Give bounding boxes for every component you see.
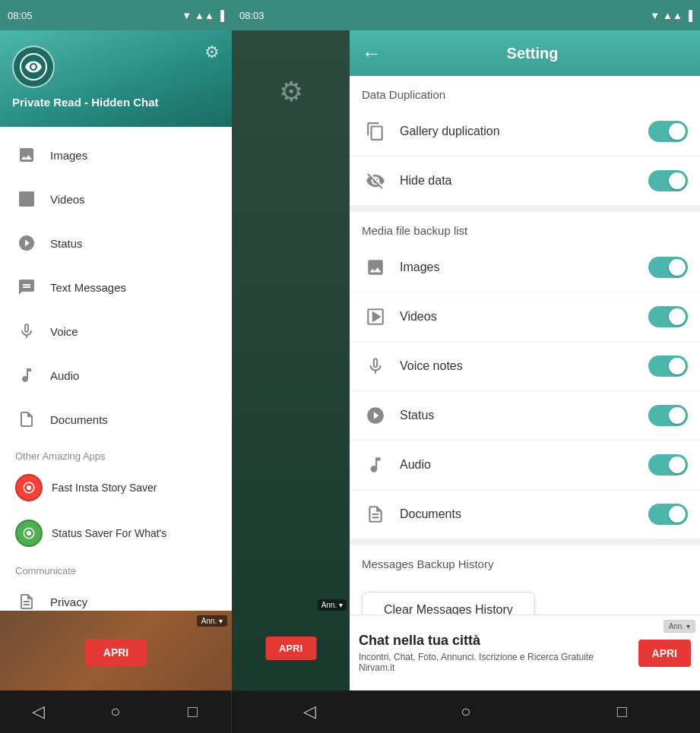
settings-voice-notes-icon: [362, 352, 389, 380]
clear-btn-container: Clear Messages History: [350, 577, 700, 615]
audio-toggle[interactable]: [648, 454, 688, 476]
app-logo: [12, 46, 55, 88]
app-title: Private Read - Hidden Chat: [12, 96, 220, 109]
ad-open-btn-right[interactable]: APRI: [638, 640, 691, 667]
middle-ad-ann[interactable]: Ann. ▾: [318, 599, 347, 611]
app-logo-inner: [20, 53, 47, 81]
back-nav-btn-right[interactable]: ◁: [295, 697, 325, 727]
nav-label-images: Images: [50, 149, 87, 162]
recent-nav-btn-left[interactable]: □: [177, 697, 207, 727]
videos-toggle[interactable]: [648, 306, 688, 327]
nav-item-videos[interactable]: Videos: [0, 177, 232, 221]
media-backup-title: Media file backup list: [350, 212, 700, 243]
settings-item-voice-notes: Voice notes: [350, 342, 700, 391]
settings-item-audio: Audio: [350, 441, 700, 490]
ad-banner-right: Ann. ▾ Chat nella tua città Incontri, Ch…: [350, 615, 700, 690]
settings-header: ← Setting: [350, 30, 700, 76]
back-button[interactable]: ←: [362, 42, 382, 65]
home-nav-btn-left[interactable]: ○: [100, 697, 131, 727]
nav-label-audio: Audio: [50, 369, 79, 382]
status-icons-left: ▼ ▲▲ ▐: [182, 10, 224, 21]
section-divider-1: [350, 206, 700, 212]
settings-status-icon: [362, 402, 389, 429]
settings-voice-notes-label: Voice notes: [400, 359, 648, 373]
settings-item-gallery-duplication: Gallery duplication: [350, 107, 700, 156]
wifi-icon: ▼: [182, 10, 192, 21]
documents-toggle[interactable]: [648, 504, 688, 525]
nav-label-voice: Voice: [50, 325, 78, 338]
back-nav-btn-left[interactable]: ◁: [24, 697, 54, 727]
recent-nav-btn-right[interactable]: □: [607, 697, 637, 727]
gallery-duplication-icon: [362, 118, 389, 145]
middle-gear-icon: ⚙: [279, 76, 303, 108]
settings-item-status: Status: [350, 391, 700, 441]
other-apps-section-header: Other Amazing Apps: [0, 441, 232, 465]
status-icon: [15, 232, 38, 254]
clear-messages-button[interactable]: Clear Messages History: [362, 592, 535, 615]
settings-images-label: Images: [400, 261, 648, 274]
time-right: 08:03: [239, 10, 264, 21]
status-bar-right: 08:03 ▼ ▲▲ ▐: [232, 0, 700, 30]
data-duplication-title: Data Duplication: [350, 76, 700, 107]
settings-content: Data Duplication Gallery duplication Hid…: [350, 76, 700, 615]
privacy-icon: [15, 590, 38, 611]
settings-audio-label: Audio: [400, 458, 648, 472]
settings-documents-label: Documents: [400, 507, 648, 521]
fast-insta-icon: [15, 474, 43, 501]
communicate-section-header: Communicate: [0, 556, 232, 580]
images-toggle[interactable]: [648, 257, 688, 278]
nav-label-text-messages: Text Messages: [50, 281, 126, 294]
audio-icon: [15, 364, 38, 387]
settings-images-icon: [362, 254, 389, 281]
nav-item-voice[interactable]: Voice: [0, 309, 232, 353]
status-saver-icon: [15, 520, 43, 547]
text-messages-icon: [15, 276, 38, 299]
nav-item-status[interactable]: Status: [0, 221, 232, 265]
voice-notes-toggle[interactable]: [648, 355, 688, 377]
bottom-nav: ◁ ○ □ ◁ ○ □: [0, 690, 700, 733]
status-bars: 08:05 ▼ ▲▲ ▐ 08:03 ▼ ▲▲ ▐: [0, 0, 700, 30]
settings-audio-icon: [362, 451, 389, 479]
images-icon: [15, 144, 38, 166]
other-app-fast-insta[interactable]: Fast Insta Story Saver: [0, 465, 232, 510]
settings-title: Setting: [397, 45, 668, 62]
ad-text-block: Chat nella tua città Incontri, Chat, Fot…: [359, 633, 629, 673]
bottom-nav-left: ◁ ○ □: [0, 690, 232, 733]
status-icons-right: ▼ ▲▲ ▐: [650, 10, 692, 21]
hide-data-icon: [362, 167, 389, 194]
messages-backup-title: Messages Backup History: [350, 545, 700, 577]
signal-icon: ▲▲: [195, 10, 214, 21]
status-bar-left: 08:05 ▼ ▲▲ ▐: [0, 0, 232, 30]
settings-item-videos: Videos: [350, 292, 700, 342]
gear-icon[interactable]: ⚙: [204, 43, 220, 62]
svg-point-1: [27, 485, 31, 490]
status-saver-label: Status Saver For What's: [52, 527, 166, 539]
battery-icon: ▐: [217, 10, 224, 21]
settings-item-documents: Documents: [350, 490, 700, 539]
eye-icon: [24, 58, 43, 76]
hide-data-label: Hide data: [400, 174, 648, 188]
nav-item-images[interactable]: Images: [0, 133, 232, 177]
ad-open-btn-left[interactable]: APRI: [85, 639, 147, 666]
middle-ad-btn[interactable]: APRI: [265, 637, 316, 660]
ad-ann-left[interactable]: Ann. ▾: [197, 615, 227, 627]
time-left: 08:05: [8, 10, 33, 21]
settings-videos-label: Videos: [400, 310, 648, 324]
home-nav-btn-right[interactable]: ○: [451, 697, 481, 727]
left-header: Private Read - Hidden Chat ⚙: [0, 30, 232, 127]
section-divider-2: [350, 539, 700, 545]
ad-banner-left: Ann. ▾ APRI: [0, 611, 232, 690]
nav-item-audio[interactable]: Audio: [0, 353, 232, 397]
other-app-status-saver[interactable]: Status Saver For What's: [0, 510, 232, 556]
status-toggle[interactable]: [648, 405, 688, 426]
fast-insta-label: Fast Insta Story Saver: [52, 482, 157, 494]
hide-data-toggle[interactable]: [648, 170, 688, 191]
battery-icon-r: ▐: [686, 10, 692, 21]
ad-ann-right[interactable]: Ann. ▾: [664, 620, 695, 633]
nav-item-privacy[interactable]: Privacy: [0, 580, 232, 611]
nav-item-documents[interactable]: Documents: [0, 397, 232, 441]
gallery-duplication-label: Gallery duplication: [400, 125, 648, 138]
gallery-duplication-toggle[interactable]: [648, 121, 688, 142]
voice-icon: [15, 320, 38, 343]
nav-item-text-messages[interactable]: Text Messages: [0, 265, 232, 309]
